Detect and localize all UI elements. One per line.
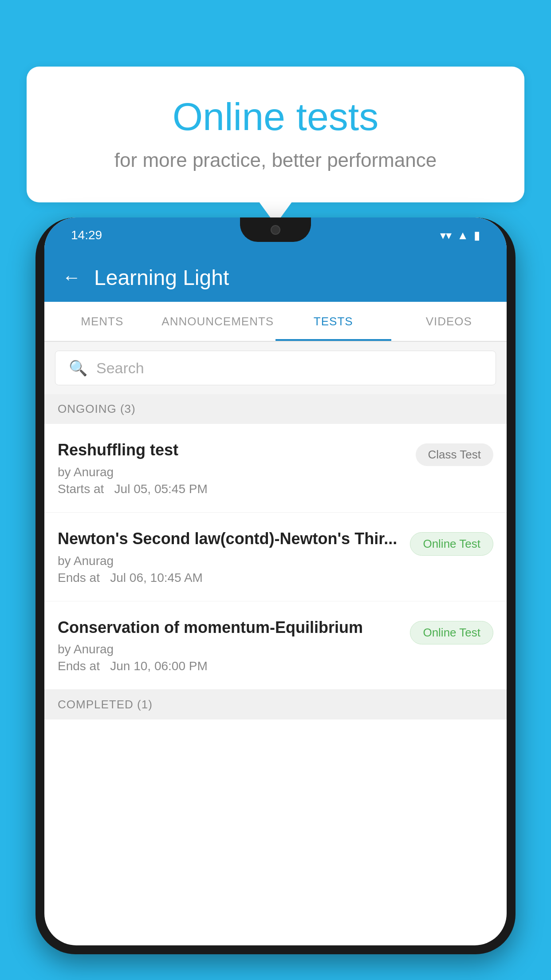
tab-announcements[interactable]: ANNOUNCEMENTS	[160, 302, 276, 341]
test-info-conservation: Conservation of momentum-Equilibrium by …	[58, 617, 401, 674]
status-time: 14:29	[71, 228, 102, 242]
bubble-title: Online tests	[62, 93, 489, 140]
test-badge-online-conservation: Online Test	[410, 621, 493, 644]
phone-notch	[240, 217, 311, 242]
test-item-newton[interactable]: Newton's Second law(contd)-Newton's Thir…	[44, 513, 507, 601]
bubble-subtitle: for more practice, better performance	[62, 149, 489, 171]
status-bar: 14:29 ▾▾ ▲ ▮	[44, 217, 507, 253]
test-badge-class: Class Test	[416, 443, 493, 466]
signal-icon: ▲	[457, 229, 468, 242]
back-button[interactable]: ←	[62, 267, 81, 288]
phone-container: 14:29 ▾▾ ▲ ▮ ← Learning Light	[35, 217, 516, 980]
speech-bubble: Online tests for more practice, better p…	[27, 67, 524, 202]
test-name-conservation: Conservation of momentum-Equilibrium	[58, 617, 401, 638]
speech-bubble-container: Online tests for more practice, better p…	[27, 67, 524, 202]
search-container: 🔍 Search	[44, 342, 507, 394]
test-time-newton: Ends at Jul 06, 10:45 AM	[58, 571, 401, 585]
test-author-reshuffling: by Anurag	[58, 465, 407, 479]
test-item-reshuffling[interactable]: Reshuffling test by Anurag Starts at Jul…	[44, 424, 507, 513]
app-title: Learning Light	[94, 265, 229, 290]
screen-content: 14:29 ▾▾ ▲ ▮ ← Learning Light	[44, 217, 507, 945]
search-icon: 🔍	[69, 359, 87, 377]
phone-frame: 14:29 ▾▾ ▲ ▮ ← Learning Light	[35, 217, 516, 954]
test-item-conservation[interactable]: Conservation of momentum-Equilibrium by …	[44, 601, 507, 690]
tab-bar: MENTS ANNOUNCEMENTS TESTS VIDEOS	[44, 302, 507, 342]
test-name-reshuffling: Reshuffling test	[58, 440, 407, 461]
tab-videos[interactable]: VIDEOS	[391, 302, 507, 341]
phone-screen: 14:29 ▾▾ ▲ ▮ ← Learning Light	[44, 217, 507, 945]
test-author-conservation: by Anurag	[58, 642, 401, 656]
tab-tests[interactable]: TESTS	[276, 302, 391, 341]
ongoing-section-header: ONGOING (3)	[44, 394, 507, 424]
app-bar: ← Learning Light	[44, 253, 507, 302]
completed-section-header: COMPLETED (1)	[44, 690, 507, 719]
test-info-newton: Newton's Second law(contd)-Newton's Thir…	[58, 529, 401, 585]
test-info-reshuffling: Reshuffling test by Anurag Starts at Jul…	[58, 440, 407, 496]
battery-icon: ▮	[474, 229, 480, 242]
test-list: Reshuffling test by Anurag Starts at Jul…	[44, 424, 507, 690]
camera-notch	[271, 225, 280, 235]
wifi-icon: ▾▾	[440, 229, 452, 242]
test-author-newton: by Anurag	[58, 554, 401, 568]
search-bar[interactable]: 🔍 Search	[55, 351, 496, 385]
ongoing-section-title: ONGOING (3)	[58, 402, 136, 415]
search-placeholder: Search	[96, 360, 144, 377]
test-time-conservation: Ends at Jun 10, 06:00 PM	[58, 659, 401, 673]
tab-ments[interactable]: MENTS	[44, 302, 160, 341]
completed-section-title: COMPLETED (1)	[58, 698, 153, 711]
test-badge-online-newton: Online Test	[410, 532, 493, 556]
status-icons: ▾▾ ▲ ▮	[440, 229, 480, 242]
test-name-newton: Newton's Second law(contd)-Newton's Thir…	[58, 529, 401, 549]
test-time-reshuffling: Starts at Jul 05, 05:45 PM	[58, 482, 407, 496]
